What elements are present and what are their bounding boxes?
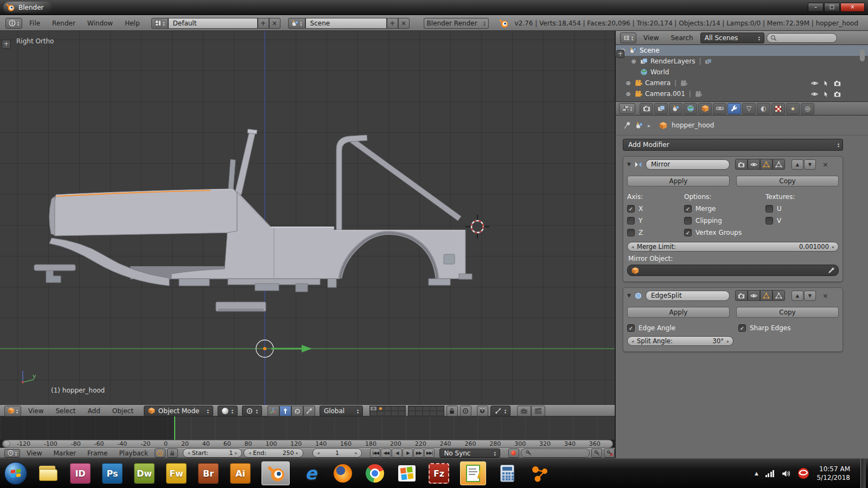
merge-limit-slider[interactable]: ◂ Merge Limit: 0.001000 ▸ bbox=[627, 242, 839, 252]
menu-window[interactable]: Window bbox=[82, 20, 118, 27]
expand-icon[interactable]: ⊕ bbox=[630, 58, 637, 65]
layer-1-cell[interactable] bbox=[370, 406, 377, 411]
manipulator-toggle-button[interactable] bbox=[267, 406, 279, 416]
outliner-row-camera-001[interactable]: ⊕ Camera.001 | bbox=[616, 88, 868, 99]
prev-keyframe-button[interactable]: ◀◀ bbox=[381, 448, 391, 458]
menu-render[interactable]: Render bbox=[47, 20, 80, 27]
editor-type-timeline-button[interactable] bbox=[4, 449, 20, 458]
outliner-row-renderlayers[interactable]: ⊕ RenderLayers | bbox=[616, 56, 868, 67]
taskbar-illustrator[interactable]: Ai bbox=[229, 463, 251, 484]
screen-layout-name-field[interactable]: Default bbox=[168, 18, 258, 29]
editor-type-properties-button[interactable] bbox=[619, 103, 635, 114]
delete-scene-button[interactable]: × bbox=[398, 18, 410, 29]
scene-browse-button[interactable] bbox=[288, 18, 305, 29]
viewport-visibility-toggle[interactable] bbox=[748, 159, 760, 170]
outliner-filter-select[interactable]: All Scenes bbox=[700, 33, 764, 43]
next-keyframe-button[interactable]: ▶▶ bbox=[413, 448, 424, 458]
expand-icon[interactable]: ⊕ bbox=[624, 91, 632, 98]
decrement-icon[interactable]: ◂ bbox=[631, 245, 634, 249]
scale-manipulator-button[interactable] bbox=[303, 406, 315, 416]
cage-toggle[interactable] bbox=[773, 290, 785, 301]
add-layout-button[interactable]: + bbox=[258, 18, 269, 29]
tray-clock[interactable]: 10:57 AM 5/12/2018 bbox=[816, 465, 853, 482]
tab-material[interactable]: ◐ bbox=[757, 103, 770, 114]
translate-manipulator-button[interactable] bbox=[279, 406, 291, 416]
tab-texture[interactable] bbox=[771, 103, 785, 114]
taskbar-firefox[interactable] bbox=[332, 463, 354, 484]
taskbar-dreamweaver[interactable]: Dw bbox=[133, 463, 155, 484]
increment-icon[interactable]: ▸ bbox=[235, 451, 237, 455]
current-frame-marker[interactable] bbox=[174, 416, 175, 440]
frame-end-field[interactable]: ◂ End:250 ▸ bbox=[244, 448, 303, 458]
tab-render[interactable] bbox=[640, 103, 653, 114]
delete-modifier-button[interactable]: × bbox=[822, 292, 828, 300]
eyedropper-icon[interactable] bbox=[828, 267, 834, 274]
move-modifier-down-button[interactable]: ▼ bbox=[804, 291, 816, 301]
split-angle-slider[interactable]: ◂ Split Angle: 30° ▸ bbox=[627, 336, 733, 346]
editor-type-info-button[interactable] bbox=[5, 18, 22, 29]
menu-view[interactable]: View bbox=[639, 34, 663, 42]
modifier-name-field[interactable]: Mirror bbox=[646, 159, 730, 170]
viewport-shading-select[interactable] bbox=[218, 406, 238, 416]
menu-marker[interactable]: Marker bbox=[49, 450, 81, 457]
taskbar-calculator[interactable] bbox=[496, 463, 518, 484]
increment-icon[interactable]: ▸ bbox=[727, 339, 729, 344]
decrement-icon[interactable]: ◂ bbox=[188, 451, 190, 455]
taskbar-chrome[interactable] bbox=[364, 463, 386, 484]
editor-type-3dview-button[interactable] bbox=[4, 406, 21, 416]
tab-world[interactable] bbox=[684, 103, 697, 114]
tab-object-data[interactable]: ▽ bbox=[742, 103, 756, 114]
cage-toggle[interactable] bbox=[773, 159, 785, 170]
taskbar-photo-viewer[interactable] bbox=[396, 463, 418, 484]
menu-add[interactable]: Add bbox=[83, 407, 105, 415]
increment-icon[interactable]: ▸ bbox=[296, 451, 298, 455]
sharp-edges-checkbox[interactable]: ✓Sharp Edges bbox=[738, 322, 790, 334]
maximize-button[interactable]: □ bbox=[824, 3, 840, 12]
mode-select[interactable]: Object Mode bbox=[144, 406, 213, 416]
menu-frame[interactable]: Frame bbox=[82, 450, 112, 457]
menu-select[interactable]: Select bbox=[51, 407, 81, 415]
collapse-panel-icon[interactable]: ▼ bbox=[627, 293, 631, 298]
layer-2-cell[interactable] bbox=[377, 406, 384, 411]
decrement-icon[interactable]: ◂ bbox=[248, 451, 251, 455]
close-button[interactable]: × bbox=[840, 3, 865, 12]
start-button[interactable] bbox=[4, 462, 27, 485]
jump-to-start-button[interactable]: |◀◀ bbox=[370, 448, 380, 458]
timeline-ruler[interactable]: -120-100 -80-60 -40-20 020 4060 80100 12… bbox=[2, 440, 613, 448]
menu-playback[interactable]: Playback bbox=[114, 450, 153, 457]
renderability-camera-icon[interactable] bbox=[834, 91, 841, 98]
insert-keyframe-button[interactable] bbox=[591, 448, 602, 458]
add-scene-button[interactable]: + bbox=[387, 18, 398, 29]
menu-help[interactable]: Help bbox=[120, 20, 144, 27]
edit-mode-toggle[interactable] bbox=[760, 159, 773, 170]
clipping-checkbox[interactable]: Clipping bbox=[684, 215, 765, 227]
move-modifier-up-button[interactable]: ▲ bbox=[792, 291, 803, 301]
delete-keyframe-button[interactable]: × bbox=[604, 448, 615, 458]
play-button[interactable]: ▶ bbox=[403, 448, 413, 458]
increment-icon[interactable]: ▸ bbox=[832, 245, 834, 249]
expand-icon[interactable]: ⊕ bbox=[624, 80, 632, 87]
tray-expand-icon[interactable]: ▲ bbox=[755, 471, 758, 476]
taskbar-indesign[interactable]: ID bbox=[69, 463, 91, 484]
menu-search[interactable]: Search bbox=[666, 34, 698, 42]
add-modifier-dropdown[interactable]: Add Modifier bbox=[623, 139, 843, 151]
taskbar-blender-active[interactable] bbox=[261, 461, 290, 485]
auto-keying-set-field[interactable] bbox=[521, 448, 590, 458]
axis-y-checkbox[interactable]: Y bbox=[627, 215, 684, 227]
axis-z-checkbox[interactable]: Z bbox=[627, 227, 684, 239]
outliner-scrollbar[interactable] bbox=[860, 49, 865, 61]
mirror-object-field[interactable] bbox=[627, 265, 839, 276]
tab-render-layers[interactable] bbox=[654, 103, 668, 114]
move-modifier-up-button[interactable]: ▲ bbox=[792, 159, 803, 170]
sync-mode-select[interactable]: No Sync bbox=[439, 448, 500, 458]
screen-layout-button[interactable] bbox=[151, 18, 168, 29]
delete-layout-button[interactable]: × bbox=[269, 18, 280, 29]
menu-view[interactable]: View bbox=[23, 407, 48, 415]
taskbar-file-explorer[interactable] bbox=[37, 463, 59, 484]
delete-modifier-button[interactable]: × bbox=[822, 160, 828, 169]
apply-button[interactable]: Apply bbox=[627, 307, 730, 318]
taskbar-filezilla[interactable]: Fz bbox=[428, 463, 450, 484]
tab-constraints[interactable] bbox=[713, 103, 726, 114]
record-button[interactable] bbox=[508, 448, 519, 458]
decrement-icon[interactable]: ◂ bbox=[317, 451, 320, 455]
